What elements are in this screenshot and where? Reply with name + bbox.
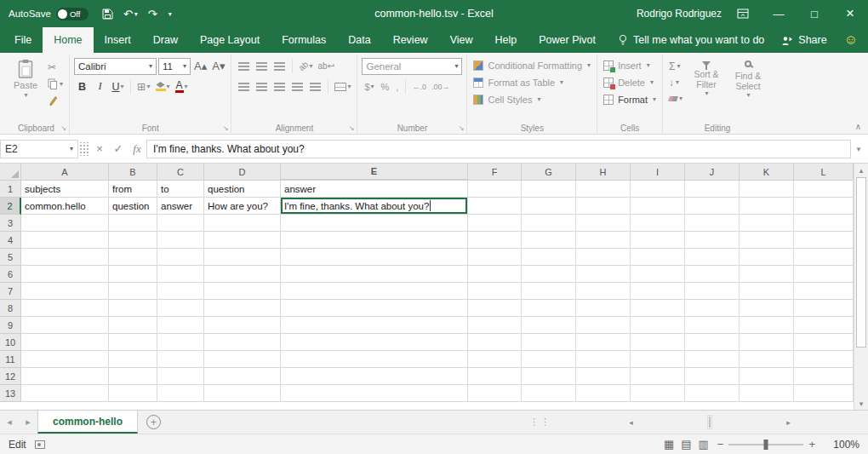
merge-center-dropdown-icon[interactable]: ▾ [347,83,351,90]
cell-E8[interactable] [281,300,468,317]
cell-C5[interactable] [157,249,204,266]
row-header-11[interactable]: 11 [0,351,21,368]
cell-K2[interactable] [740,198,794,215]
font-dialog-launcher[interactable]: ↘ [223,124,229,132]
row-header-12[interactable]: 12 [0,368,21,385]
cell-E9[interactable] [281,317,468,334]
cell-J2[interactable] [685,198,740,215]
cell-B7[interactable] [109,283,157,300]
cell-A6[interactable] [21,266,109,283]
align-top-button[interactable] [236,58,252,75]
column-header-I[interactable]: I [631,164,685,181]
row-header-1[interactable]: 1 [0,181,21,198]
cell-styles-button[interactable]: Cell Styles▾ [471,91,592,107]
cell-G4[interactable] [522,232,576,249]
cell-J11[interactable] [685,351,740,368]
cell-I11[interactable] [631,351,685,368]
autosave-toggle[interactable]: Off [56,8,89,20]
cell-D8[interactable] [204,300,281,317]
cell-J1[interactable] [685,181,740,198]
cell-L5[interactable] [794,249,854,266]
insert-function-button[interactable]: fx [128,140,146,158]
ribbon-tab-formulas[interactable]: Formulas [271,27,337,53]
ribbon-display-options-button[interactable] [737,8,749,20]
delete-cells-button[interactable]: Delete▾ [602,74,658,90]
cell-K8[interactable] [740,300,794,317]
cell-A8[interactable] [21,300,109,317]
sort-filter-button[interactable]: Sort & Filter ▾ [687,57,726,106]
cell-D7[interactable] [204,283,281,300]
fill-color-button[interactable]: ▾ [154,78,172,95]
cell-E3[interactable] [281,215,468,232]
cell-H13[interactable] [576,385,631,402]
cell-E13[interactable] [281,385,468,402]
sheet-nav-left-icon[interactable]: ◂ [0,411,19,434]
cell-C2[interactable]: answer [157,198,204,215]
cell-B3[interactable] [109,215,157,232]
undo-button[interactable]: ↶▾ [123,8,138,20]
column-header-C[interactable]: C [157,164,204,181]
row-header-7[interactable]: 7 [0,283,21,300]
fill-dropdown-icon[interactable]: ▾ [676,78,679,86]
find-select-button[interactable]: Find & Select ▾ [728,57,768,106]
cell-G11[interactable] [522,351,576,368]
cell-B12[interactable] [109,368,157,385]
cell-A13[interactable] [21,385,109,402]
copy-button[interactable]: ▾ [46,77,65,91]
cell-E1[interactable]: answer [281,181,468,198]
cell-J13[interactable] [685,385,740,402]
cell-K1[interactable] [740,181,794,198]
cell-D11[interactable] [204,351,281,368]
cell-F10[interactable] [468,334,522,351]
macro-record-icon[interactable] [35,440,45,449]
accounting-dropdown-icon[interactable]: ▾ [371,83,374,90]
cell-G13[interactable] [522,385,576,402]
insert-cells-button[interactable]: Insert▾ [602,57,658,73]
cell-L2[interactable] [794,198,854,215]
cell-G5[interactable] [522,249,576,266]
cell-K3[interactable] [740,215,794,232]
autosum-button[interactable]: Σ▾ [667,59,684,73]
fill-button[interactable]: ↓▾ [667,75,684,89]
vertical-scroll-track[interactable] [854,176,868,397]
clear-button[interactable]: ▾ [667,91,684,106]
cell-B4[interactable] [109,232,157,249]
cell-K12[interactable] [740,368,794,385]
cell-G10[interactable] [522,334,576,351]
cell-G1[interactable] [522,181,576,198]
cell-K7[interactable] [740,283,794,300]
cell-I13[interactable] [631,385,685,402]
cell-I12[interactable] [631,368,685,385]
cell-B6[interactable] [109,266,157,283]
close-button[interactable]: × [832,0,868,27]
format-dropdown-icon[interactable]: ▾ [653,95,656,103]
cell-G9[interactable] [522,317,576,334]
cell-J9[interactable] [685,317,740,334]
paste-dropdown-icon[interactable]: ▾ [24,91,27,99]
cell-D13[interactable] [204,385,281,402]
cell-B1[interactable]: from [109,181,157,198]
ribbon-tab-home[interactable]: Home [43,27,93,53]
name-box-dropdown-icon[interactable]: ▾ [70,145,73,152]
cell-E6[interactable] [281,266,468,283]
cell-A2[interactable]: common.hello [21,198,109,215]
insert-dropdown-icon[interactable]: ▾ [647,61,650,69]
cell-A10[interactable] [21,334,109,351]
cell-D1[interactable]: question [204,181,281,198]
cell-H9[interactable] [576,317,631,334]
row-header-13[interactable]: 13 [0,385,21,402]
cell-L1[interactable] [794,181,854,198]
cell-D3[interactable] [204,215,281,232]
cell-E2[interactable]: I'm fine, thanks. What about you? [281,198,468,215]
scroll-left-icon[interactable]: ◂ [555,416,707,428]
accounting-format-button[interactable]: $▾ [362,79,376,95]
cell-C11[interactable] [157,351,204,368]
paste-button[interactable]: Paste ▾ [8,57,43,108]
cell-B9[interactable] [109,317,157,334]
cell-A9[interactable] [21,317,109,334]
cell-E12[interactable] [281,368,468,385]
percent-style-button[interactable]: % [379,79,392,95]
ribbon-tab-file[interactable]: File [3,27,43,53]
format-cells-button[interactable]: Format▾ [602,91,658,107]
cell-I3[interactable] [631,215,685,232]
